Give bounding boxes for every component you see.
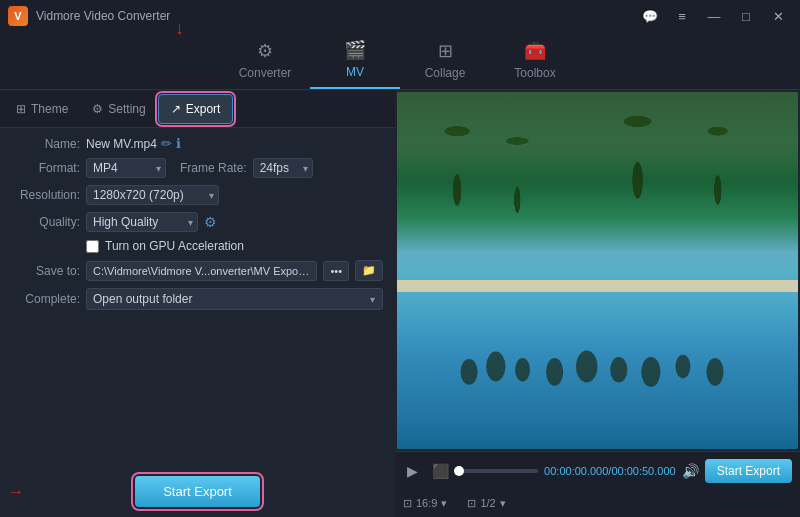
start-export-left-button[interactable]: Start Export <box>135 476 260 507</box>
play-button[interactable]: ▶ <box>403 461 422 481</box>
complete-select[interactable]: Open output folder Do nothing Shut down … <box>86 288 383 310</box>
titlebar-left: V Vidmore Video Converter <box>8 6 170 26</box>
export-icon: ↗ <box>171 102 181 116</box>
name-text: New MV.mp4 <box>86 137 157 151</box>
aspect-ratio-value: 16:9 <box>416 497 437 509</box>
complete-label: Complete: <box>12 292 80 306</box>
subnav-theme[interactable]: ⊞ Theme <box>4 94 80 124</box>
resolution-row: Resolution: 1280x720 (720p) 1920x1080 (1… <box>12 185 383 205</box>
progress-bar[interactable] <box>459 469 538 473</box>
tab-toolbox[interactable]: 🧰 Toolbox <box>490 37 580 89</box>
nav-tabs: ↓ ⚙ Converter 🎬 MV ⊞ Collage 🧰 Toolbox <box>0 32 800 90</box>
tab-mv[interactable]: 🎬 MV <box>310 37 400 89</box>
edit-icon[interactable]: ✏ <box>161 136 172 151</box>
time-display: 00:00:00.000/00:00:50.000 <box>544 465 676 477</box>
aspect-ratio-select[interactable]: ⊡ 16:9 ▾ <box>403 497 447 510</box>
svg-point-5 <box>610 357 627 383</box>
time-total: 00:00:50.000 <box>611 465 675 477</box>
converter-icon: ⚙ <box>257 40 273 62</box>
svg-point-0 <box>461 359 478 385</box>
minimize-button[interactable]: — <box>700 6 728 26</box>
svg-point-8 <box>707 358 724 386</box>
svg-point-1 <box>486 352 505 382</box>
titlebar-controls: 💬 ≡ — □ ✕ <box>636 6 792 26</box>
quality-gear-icon[interactable]: ⚙ <box>204 214 217 230</box>
subnav-setting-label: Setting <box>108 102 145 116</box>
setting-icon: ⚙ <box>92 102 103 116</box>
time-current: 00:00:00.000 <box>544 465 608 477</box>
svg-point-3 <box>546 358 563 386</box>
zoom-chevron: ▾ <box>500 497 506 510</box>
complete-select-wrapper: Open output folder Do nothing Shut down … <box>86 288 383 310</box>
subnav-export[interactable]: ↗ Export <box>158 94 234 124</box>
saveto-path: C:\Vidmore\Vidmore V...onverter\MV Expor… <box>86 261 317 281</box>
svg-point-2 <box>515 358 530 382</box>
format-row: Format: MP4 MOV AVI Frame Rate: 24fps 30… <box>12 158 383 178</box>
info-icon[interactable]: ℹ <box>176 136 181 151</box>
chat-button[interactable]: 💬 <box>636 6 664 26</box>
quality-select-wrapper: High Quality Medium Quality Low Quality <box>86 212 198 232</box>
stop-button[interactable]: ⬛ <box>428 461 453 481</box>
maximize-button[interactable]: □ <box>732 6 760 26</box>
progress-dot[interactable] <box>454 466 464 476</box>
framerate-select[interactable]: 24fps 30fps 60fps <box>253 158 313 178</box>
resolution-label: Resolution: <box>12 188 80 202</box>
mv-icon: 🎬 <box>344 39 366 61</box>
name-row: Name: New MV.mp4 ✏ ℹ <box>12 136 383 151</box>
quality-select[interactable]: High Quality Medium Quality Low Quality <box>86 212 198 232</box>
sub-nav: ⊞ Theme ⚙ Setting ↗ Export <box>0 90 395 128</box>
resolution-select-wrapper: 1280x720 (720p) 1920x1080 (1080p) 640x48… <box>86 185 219 205</box>
people-silhouettes <box>437 288 758 413</box>
svg-point-4 <box>576 351 597 383</box>
right-panel: ▶ ⬛ 00:00:00.000/00:00:50.000 🔊 Start Ex… <box>395 90 800 517</box>
tab-converter[interactable]: ⚙ Converter <box>220 37 310 89</box>
volume-icon[interactable]: 🔊 <box>682 463 699 479</box>
saveto-row: Save to: C:\Vidmore\Vidmore V...onverter… <box>12 260 383 281</box>
toolbox-icon: 🧰 <box>524 40 546 62</box>
zoom-value: 1/2 <box>480 497 495 509</box>
left-panel: ⊞ Theme ⚙ Setting ↗ Export Name: New MV.… <box>0 90 395 517</box>
gpu-label: Turn on GPU Acceleration <box>105 239 244 253</box>
subnav-setting[interactable]: ⚙ Setting <box>80 94 157 124</box>
app-title: Vidmore Video Converter <box>36 9 170 23</box>
svg-point-6 <box>641 357 660 387</box>
saveto-label: Save to: <box>12 264 80 278</box>
saveto-dots-button[interactable]: ••• <box>323 261 349 281</box>
titlebar: V Vidmore Video Converter 💬 ≡ — □ ✕ <box>0 0 800 32</box>
tab-mv-label: MV <box>346 65 364 79</box>
close-button[interactable]: ✕ <box>764 6 792 26</box>
tab-toolbox-label: Toolbox <box>514 66 555 80</box>
form-area: Name: New MV.mp4 ✏ ℹ Format: MP4 MOV AVI <box>0 128 395 466</box>
collage-icon: ⊞ <box>438 40 453 62</box>
subnav-theme-label: Theme <box>31 102 68 116</box>
gpu-checkbox[interactable] <box>86 240 99 253</box>
tab-collage-label: Collage <box>425 66 466 80</box>
secondary-controls: ⊡ 16:9 ▾ ⊡ 1/2 ▾ <box>395 489 800 517</box>
zoom-select[interactable]: ⊡ 1/2 ▾ <box>467 497 505 510</box>
zoom-icon: ⊡ <box>467 497 476 510</box>
pool-scene-bg <box>397 92 798 449</box>
aspect-icon: ⊡ <box>403 497 412 510</box>
format-label: Format: <box>12 161 80 175</box>
theme-icon: ⊞ <box>16 102 26 116</box>
video-controls: ▶ ⬛ 00:00:00.000/00:00:50.000 🔊 Start Ex… <box>395 451 800 489</box>
svg-point-7 <box>676 355 691 379</box>
left-arrow-indicator: → <box>8 483 24 501</box>
subnav-export-label: Export <box>186 102 221 116</box>
menu-button[interactable]: ≡ <box>668 6 696 26</box>
quality-label: Quality: <box>12 215 80 229</box>
format-select[interactable]: MP4 MOV AVI <box>86 158 166 178</box>
gpu-row: Turn on GPU Acceleration <box>12 239 383 253</box>
saveto-folder-button[interactable]: 📁 <box>355 260 383 281</box>
aspect-chevron: ▾ <box>441 497 447 510</box>
start-export-right-button[interactable]: Start Export <box>705 459 792 483</box>
tab-converter-label: Converter <box>239 66 292 80</box>
tab-collage[interactable]: ⊞ Collage <box>400 37 490 89</box>
complete-row: Complete: Open output folder Do nothing … <box>12 288 383 310</box>
framerate-label: Frame Rate: <box>180 161 247 175</box>
resolution-select[interactable]: 1280x720 (720p) 1920x1080 (1080p) 640x48… <box>86 185 219 205</box>
main-content: ⊞ Theme ⚙ Setting ↗ Export Name: New MV.… <box>0 90 800 517</box>
name-value: New MV.mp4 ✏ ℹ <box>86 136 181 151</box>
export-btn-area: → Start Export <box>0 466 395 517</box>
app-icon: V <box>8 6 28 26</box>
